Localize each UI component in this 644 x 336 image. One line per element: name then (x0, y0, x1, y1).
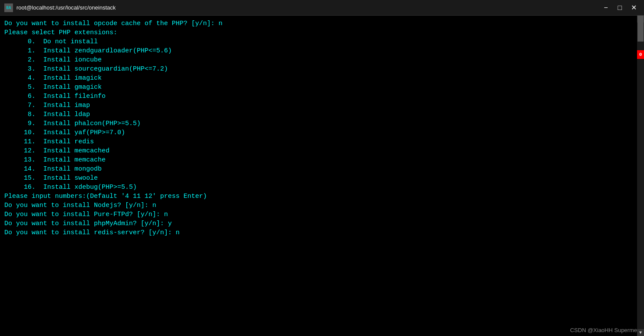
terminal-line: Do you want to install opcode cache of t… (4, 19, 633, 28)
maximize-button[interactable]: □ (614, 2, 626, 14)
terminal-line: 4. Install imagick (4, 74, 633, 83)
window-title: root@localhost:/usr/local/src/oneinstack (16, 4, 600, 11)
scroll-down-arrow[interactable]: ▼ (637, 329, 644, 336)
terminal-line: 11. Install redis (4, 137, 633, 146)
terminal-window: BA root@localhost:/usr/local/src/oneinst… (0, 0, 644, 336)
terminal-line: 12. Install memcached (4, 146, 633, 155)
terminal-line: 3. Install sourceguardian(PHP<=7.2) (4, 65, 633, 74)
window-controls: − □ ✕ (600, 2, 640, 14)
terminal-output[interactable]: Do you want to install opcode cache of t… (0, 16, 637, 336)
terminal-body: Do you want to install opcode cache of t… (0, 16, 644, 336)
terminal-line: 7. Install imap (4, 101, 633, 110)
close-button[interactable]: ✕ (628, 2, 640, 14)
terminal-line: 13. Install memcache (4, 155, 633, 165)
terminal-line: 10. Install yaf(PHP>=7.0) (4, 128, 633, 137)
terminal-icon: BA (4, 3, 13, 12)
watermark: CSDN @XiaoHH Superme (570, 327, 637, 333)
terminal-line: 9. Install phalcon(PHP>=5.5) (4, 119, 633, 128)
terminal-line: 5. Install gmagick (4, 83, 633, 92)
terminal-line: Please input numbers:(Default '4 11 12' … (4, 192, 633, 201)
terminal-line: Please select PHP extensions: (4, 28, 633, 37)
terminal-line: Do you want to install phpMyAdmin? [y/n]… (4, 219, 633, 228)
terminal-line: 14. Install mongodb (4, 165, 633, 174)
terminal-line: 1. Install zendguardloader(PHP<=5.6) (4, 46, 633, 55)
title-bar: BA root@localhost:/usr/local/src/oneinst… (0, 0, 644, 16)
minimize-button[interactable]: − (600, 2, 612, 14)
terminal-line: 0. Do not install (4, 37, 633, 46)
terminal-line: 2. Install ioncube (4, 55, 633, 65)
terminal-line: 16. Install xdebug(PHP>=5.5) (4, 183, 633, 192)
terminal-line: 8. Install ldap (4, 110, 633, 119)
scroll-indicator: 0 (637, 50, 644, 59)
scrollbar[interactable]: ▲ 0 ▼ (637, 16, 644, 336)
scrollbar-thumb[interactable] (638, 16, 644, 42)
terminal-line: Do you want to install redis-server? [y/… (4, 228, 633, 237)
terminal-line: 15. Install swoole (4, 174, 633, 183)
terminal-line: 6. Install fileinfo (4, 92, 633, 101)
terminal-line: Do you want to install Nodejs? [y/n]: n (4, 201, 633, 210)
terminal-line: Do you want to install Pure-FTPd? [y/n]:… (4, 210, 633, 219)
